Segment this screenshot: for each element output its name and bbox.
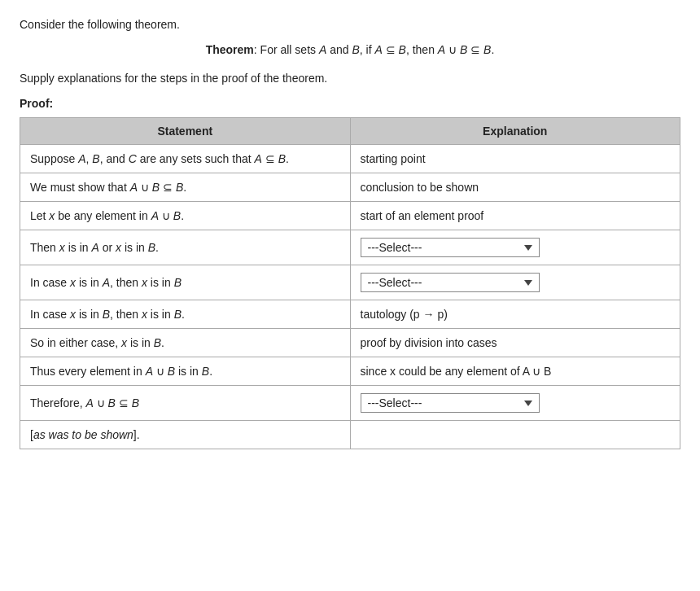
proof-table: Statement Explanation Suppose A, B, and … [20, 117, 680, 449]
explanation-text: starting point [361, 152, 426, 165]
statement-cell: In case x is in A, then x is in B [20, 265, 351, 300]
col-explanation: Explanation [350, 118, 680, 145]
statement-text: Let x be any element in A ∪ B. [30, 209, 184, 222]
explanation-text: conclusion to be shown [361, 181, 479, 194]
chevron-down-icon [524, 280, 532, 286]
explanation-cell[interactable]: ---Select--- [350, 386, 680, 421]
statement-text: Then x is in A or x is in B. [30, 241, 159, 254]
explanation-cell: tautology (p → p) [350, 300, 680, 329]
explanation-cell: starting point [350, 145, 680, 173]
select-label: ---Select--- [368, 241, 422, 254]
statement-text: Suppose A, B, and C are any sets such th… [30, 152, 289, 165]
statement-text: So in either case, x is in B. [30, 336, 164, 349]
table-row: Let x be any element in A ∪ B.start of a… [20, 202, 680, 230]
explanation-cell [350, 421, 680, 449]
statement-cell: Then x is in A or x is in B. [20, 230, 351, 265]
col-statement: Statement [20, 118, 351, 145]
statement-text: Therefore, A ∪ B ⊆ B [30, 396, 139, 409]
table-row: So in either case, x is in B.proof by di… [20, 329, 680, 357]
statement-text: In case x is in A, then x is in B [30, 276, 182, 289]
explanation-cell: proof by division into cases [350, 329, 680, 357]
explanation-text: start of an element proof [361, 209, 484, 222]
statement-text: [as was to be shown]. [30, 428, 140, 441]
explanation-select[interactable]: ---Select--- [361, 238, 540, 257]
explanation-cell: conclusion to be shown [350, 173, 680, 202]
chevron-down-icon [524, 245, 532, 251]
statement-cell: In case x is in B, then x is in B. [20, 300, 351, 329]
theorem-word: Theorem [206, 43, 254, 56]
explanation-select[interactable]: ---Select--- [361, 273, 540, 292]
table-row: We must show that A ∪ B ⊆ B.conclusion t… [20, 173, 680, 202]
intro-line1: Consider the following theorem. [20, 16, 680, 33]
explanation-select[interactable]: ---Select--- [361, 393, 540, 413]
select-wrapper[interactable]: ---Select--- [361, 238, 671, 257]
select-label: ---Select--- [368, 276, 422, 289]
explanation-cell[interactable]: ---Select--- [350, 230, 680, 265]
select-wrapper[interactable]: ---Select--- [361, 273, 671, 292]
statement-cell: Let x be any element in A ∪ B. [20, 202, 351, 230]
explanation-text: tautology (p → p) [361, 308, 448, 321]
explanation-cell[interactable]: ---Select--- [350, 265, 680, 300]
statement-text: We must show that A ∪ B ⊆ B. [30, 181, 186, 194]
theorem-statement: Theorem: For all sets A and B, if A ⊆ B,… [20, 42, 680, 59]
table-row: Thus every element in A ∪ B is in B.sinc… [20, 357, 680, 386]
statement-text: In case x is in B, then x is in B. [30, 308, 185, 321]
statement-cell: [as was to be shown]. [20, 421, 351, 449]
statement-cell: Thus every element in A ∪ B is in B. [20, 357, 351, 386]
table-row: In case x is in A, then x is in B---Sele… [20, 265, 680, 300]
statement-cell: Therefore, A ∪ B ⊆ B [20, 386, 351, 421]
table-row: Therefore, A ∪ B ⊆ B---Select--- [20, 386, 680, 421]
table-row: In case x is in B, then x is in B.tautol… [20, 300, 680, 329]
statement-cell: Suppose A, B, and C are any sets such th… [20, 145, 351, 173]
chevron-down-icon [524, 401, 532, 406]
select-wrapper[interactable]: ---Select--- [361, 393, 671, 413]
explanation-cell: since x could be any element of A ∪ B [350, 357, 680, 386]
explanation-text: since x could be any element of A ∪ B [361, 365, 552, 378]
table-row: [as was to be shown]. [20, 421, 680, 449]
table-row: Suppose A, B, and C are any sets such th… [20, 145, 680, 173]
statement-text: Thus every element in A ∪ B is in B. [30, 365, 212, 378]
table-row: Then x is in A or x is in B.---Select--- [20, 230, 680, 265]
supply-line: Supply explanations for the steps in the… [20, 70, 680, 87]
select-label: ---Select--- [368, 396, 422, 409]
statement-cell: So in either case, x is in B. [20, 329, 351, 357]
explanation-text: proof by division into cases [361, 336, 497, 349]
explanation-cell: start of an element proof [350, 202, 680, 230]
proof-label: Proof: [20, 95, 680, 112]
statement-cell: We must show that A ∪ B ⊆ B. [20, 173, 351, 202]
